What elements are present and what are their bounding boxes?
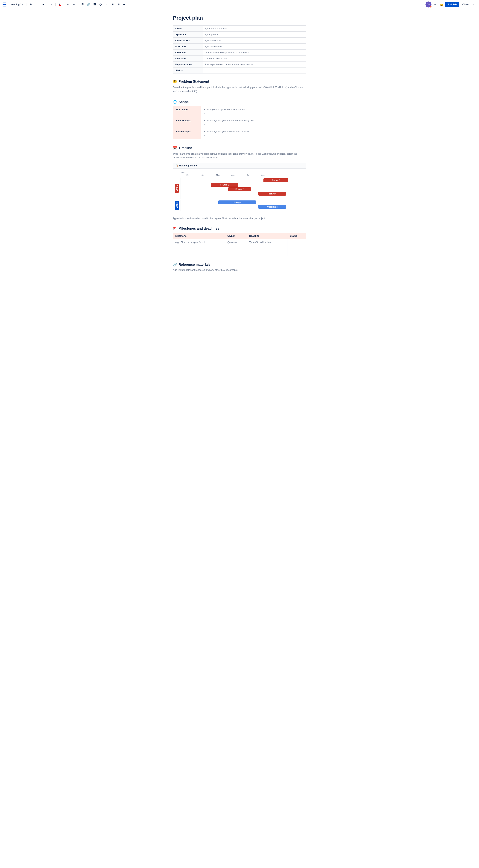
reference-emoji: 🔗 [173,262,177,267]
gantt-bar: Feature 1 [211,183,238,187]
timeline-body: Type /planner to create a visual roadmap… [173,152,306,160]
avatar[interactable]: CK [425,1,431,7]
align-button[interactable]: ≡ [49,2,54,7]
table-button[interactable]: ⊞ [110,2,115,7]
milestones-cell [247,248,288,252]
close-button[interactable]: Close [460,2,470,7]
milestones-cell [225,252,247,256]
info-table-row: Due dateType // to add a date [173,56,306,62]
italic-button[interactable]: I [34,2,39,7]
info-table-row: Approver@ approver [173,32,306,38]
bold-button[interactable]: B [28,2,33,7]
table-icon: ⊞ [112,3,114,6]
info-label: Approver [173,32,203,38]
scope-table: Must have:Add your project's core requir… [173,106,306,139]
lane-bars: iOS appAndroid app [181,200,306,211]
divider-3 [55,3,56,6]
month-label: Jul [240,174,256,176]
page-content: Project plan Driver@mention the driverAp… [169,9,310,293]
scope-section: 🌐 Scope Must have:Add your project's cor… [173,100,306,139]
reference-body: Add links to relevant research and any o… [173,269,306,271]
divider-4 [64,3,64,6]
more-insert-button[interactable]: +··· [122,2,127,7]
gantt-bar: Android app [259,205,286,209]
lane-label-text: Lane 2 [175,201,179,210]
info-table-row: Driver@mention the driver [173,26,306,32]
toolbar-right: CK + 🔒 Publish Close ··· [425,1,477,7]
problem-statement-section: 🤔 Problem Statement Describe the problem… [173,80,306,93]
problem-emoji: 🤔 [173,80,177,84]
mention-button[interactable]: @ [98,2,103,7]
info-value: Type // to add a date [203,56,306,62]
problem-statement-body: Describe the problem and its impact. Inc… [173,86,306,93]
heading-selector[interactable]: Heading 2 ▾ [9,2,25,6]
month-label: Jun [226,174,240,176]
scope-row: Must have:Add your project's core requir… [173,106,306,117]
timeline-hint: Type /trello to add a card or board to t… [173,217,306,220]
scope-items: Add your project's core requirements [201,106,306,117]
milestones-cell [225,248,247,252]
info-label: Driver [173,26,203,32]
svg-point-0 [4,4,5,5]
image-button[interactable]: 🖼 [92,2,97,7]
timeline-section: 📅 Timeline Type /planner to create a vis… [173,146,306,220]
milestones-table: MilestoneOwnerDeadlineStatus e.g., Final… [173,233,306,256]
scope-label: Not in scope: [173,128,201,139]
months-row: MarAprMayJunJulAug [181,174,306,176]
info-label: Informed [173,43,203,50]
lanes-container: Lane 1Feature 3Feature 1Feature 2Feature… [173,178,306,211]
milestones-col-header: Owner [225,233,247,239]
heading-selector-label: Heading 2 [10,3,22,6]
task-button[interactable]: ☑ [80,2,85,7]
milestones-cell [288,239,306,248]
milestones-cell [173,248,225,252]
milestones-cell: e.g., Finalize designs for v1 [173,239,225,248]
info-table-row: Key outcomesList expected outcomes and s… [173,62,306,67]
link-icon: 🔗 [87,3,90,6]
gantt-bar: iOS app [218,200,256,204]
bullet-list-button[interactable]: ≔ [65,2,71,7]
chevron-down-icon: ▾ [22,3,24,6]
gantt-bar: Feature 2 [228,187,251,191]
month-label: Mar [181,174,196,176]
month-label: Aug [256,174,270,176]
overflow-button[interactable]: ··· [472,2,477,7]
roadmap-lane: Lane 2iOS appAndroid app [173,200,306,211]
numbered-list-button[interactable]: 1≡ [71,2,77,7]
link-button[interactable]: 🔗 [86,2,91,7]
emoji-button[interactable]: ☺ [104,2,109,7]
reference-heading: 🔗 Reference materials [173,262,306,267]
reference-section: 🔗 Reference materials Add links to relev… [173,262,306,271]
scope-label: Nice to have: [173,117,201,128]
layout-button[interactable]: ⊟ [116,2,121,7]
scope-items: Add anything you don't want to include [201,128,306,139]
milestones-row [173,252,306,256]
layout-icon: ⊟ [118,3,120,6]
publish-button[interactable]: Publish [445,2,459,7]
more-format-button[interactable]: ··· [40,2,46,7]
info-table-row: Contributors@ contributors [173,38,306,43]
task-icon: ☑ [81,3,84,6]
milestones-cell [288,248,306,252]
info-table-row: Informed@ stakeholders [173,43,306,50]
emoji-icon: ☺ [106,3,108,6]
add-button[interactable]: + [432,2,438,7]
info-label: Status [173,67,203,73]
align-icon: ≡ [51,3,52,6]
info-value: @ contributors [203,38,306,43]
text-color-icon: A [59,3,61,6]
info-table-row: ObjectiveSummarize the objective in 1-2 … [173,50,306,56]
lock-icon: 🔒 [440,3,444,6]
lane-label: Lane 2 [173,200,181,211]
milestones-cell [173,252,225,256]
milestones-col-header: Milestone [173,233,225,239]
roadmap-icon: 📋 [175,164,178,167]
milestones-col-header: Status [288,233,306,239]
milestones-heading: 🚩 Milestones and deadlines [173,226,306,230]
app-logo [2,2,7,7]
lock-button[interactable]: 🔒 [439,2,444,7]
text-color-button[interactable]: A [57,2,62,7]
bullet-list-icon: ≔ [67,3,69,6]
scope-row: Not in scope:Add anything you don't want… [173,128,306,139]
roadmap-label: Roadmap Planner [179,164,198,167]
